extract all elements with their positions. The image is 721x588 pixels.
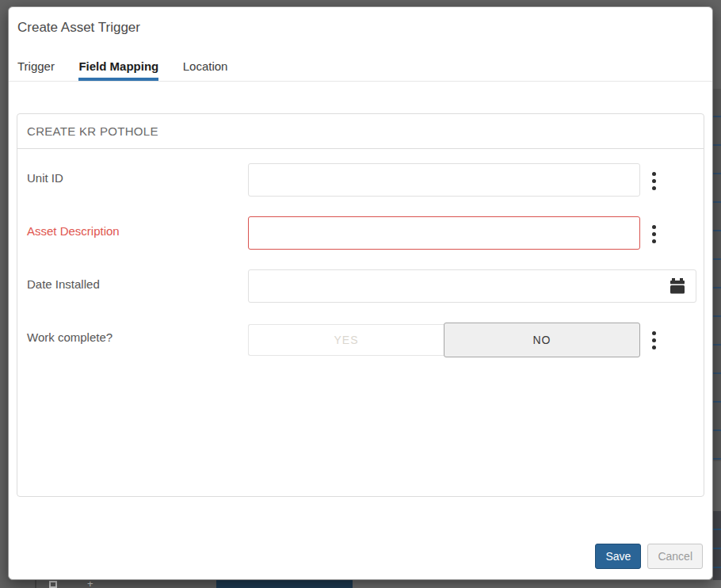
cancel-button[interactable]: Cancel	[647, 544, 703, 569]
dialog-footer: Save Cancel	[595, 544, 703, 569]
work-complete-toggle: YES NO	[248, 323, 640, 357]
tab-field-mapping[interactable]: Field Mapping	[78, 59, 158, 81]
panel-body: Unit ID Asset Description Date Installed	[17, 149, 704, 391]
background-bottom-bar: +	[0, 580, 721, 588]
asset-description-input[interactable]	[248, 216, 640, 250]
calendar-icon[interactable]	[669, 277, 686, 295]
field-mapping-panel: CREATE KR POTHOLE Unit ID Asset Descript…	[17, 113, 704, 497]
dialog-tabs: Trigger Field Mapping Location	[9, 59, 712, 82]
toggle-no-button[interactable]: NO	[444, 323, 640, 357]
dialog-title: Create Asset Trigger	[17, 20, 704, 36]
field-label: Work complete?	[27, 323, 248, 344]
kebab-menu-icon[interactable]	[650, 330, 658, 350]
unit-id-input[interactable]	[248, 163, 640, 197]
create-asset-trigger-dialog: Create Asset Trigger Trigger Field Mappi…	[8, 6, 713, 580]
date-installed-input[interactable]	[248, 269, 696, 303]
field-label: Date Installed	[27, 269, 248, 291]
plus-icon: +	[87, 579, 93, 588]
tab-trigger[interactable]: Trigger	[17, 59, 55, 81]
panel-title: CREATE KR POTHOLE	[17, 114, 704, 149]
field-label: Asset Description	[27, 216, 248, 238]
tab-location[interactable]: Location	[183, 59, 228, 81]
background-checkbox	[49, 581, 57, 588]
field-label: Unit ID	[27, 163, 248, 185]
background-divider	[35, 580, 36, 588]
field-row-work-complete: Work complete? YES NO	[27, 323, 694, 357]
dialog-header: Create Asset Trigger	[9, 7, 712, 36]
background-table-rows-lower	[713, 511, 721, 580]
date-field-wrapper	[248, 269, 696, 303]
background-navy-button	[216, 580, 353, 588]
field-row-asset-description: Asset Description	[27, 216, 694, 250]
toggle-yes-button[interactable]: YES	[248, 324, 444, 356]
field-row-date-installed: Date Installed	[27, 269, 694, 303]
dialog-body: CREATE KR POTHOLE Unit ID Asset Descript…	[9, 82, 712, 497]
background-bottom-right	[353, 580, 721, 588]
kebab-menu-icon[interactable]	[650, 224, 658, 244]
background-table-rows	[713, 89, 721, 461]
field-row-unit-id: Unit ID	[27, 163, 694, 197]
save-button[interactable]: Save	[595, 544, 641, 569]
kebab-menu-icon[interactable]	[650, 171, 658, 191]
